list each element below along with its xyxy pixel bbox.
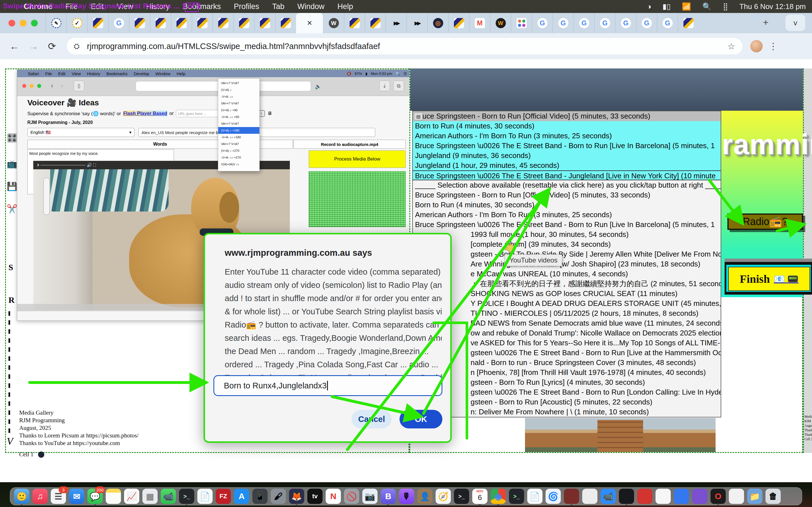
new-tab-button[interactable]: +	[763, 17, 769, 28]
browser-tab[interactable]	[129, 13, 150, 33]
disk-icon[interactable]: 💾	[7, 181, 17, 191]
browser-tab[interactable]	[448, 13, 469, 33]
browser-tab[interactable]	[171, 13, 192, 33]
dock-app-icon[interactable]	[729, 489, 744, 504]
dock-app-icon[interactable]: 🚫	[344, 489, 359, 504]
video-list-item[interactable]: Jungleland (1 hour, 29 minutes, 45 secon…	[413, 161, 721, 170]
video-list-item[interactable]: ow and rebuke of Donald Trump': Nicolle …	[413, 328, 721, 338]
video-list-item[interactable]: n: Deliver Me From Nowhere | \ (1 minute…	[413, 407, 721, 417]
dock-app-icon[interactable]: >_	[454, 489, 469, 504]
popup-menu-item[interactable]: VA=+? V=A?	[218, 120, 259, 127]
playlist-input-field[interactable]: Born to Runx4,Junglelandx3	[213, 375, 442, 396]
popup-menu-item[interactable]: VA=+? V=A?	[218, 100, 259, 107]
dock-app-icon[interactable]: tv	[307, 489, 322, 504]
video-list-item[interactable]: Bruce Springsteen \u0026 The E Street Ba…	[413, 220, 721, 230]
reload-button[interactable]: ⟳	[48, 41, 56, 52]
wifi-icon[interactable]: 📶	[682, 2, 691, 11]
dock-app-icon[interactable]: A	[234, 489, 249, 504]
browser-tab[interactable]	[234, 13, 254, 33]
dock-app-icon[interactable]	[106, 489, 121, 504]
popup-menu-item[interactable]: (V+A) ♪ +180	[218, 127, 259, 134]
browser-tab[interactable]: G	[594, 13, 615, 33]
dock-app-icon[interactable]: O	[711, 489, 726, 504]
media-url-input[interactable]: URL goes here ...	[176, 110, 220, 117]
browser-tab[interactable]	[365, 13, 386, 33]
dock-app-icon[interactable]: >_	[509, 489, 524, 504]
dock-app-icon[interactable]: 📄	[197, 489, 213, 504]
dock-app-icon[interactable]	[582, 489, 598, 504]
dock-app-icon[interactable]: 🌀	[546, 489, 561, 504]
video-list-item[interactable]: Bruce Springsteen - Born to Run [Officia…	[413, 190, 721, 200]
video-list-item[interactable]: n [Phoenix, 78] [from Thrill Hill Vault …	[413, 368, 721, 378]
dock-app-icon[interactable]: 🗑	[765, 489, 781, 504]
playback-icon[interactable]: ◑	[647, 2, 651, 11]
dock-app-icon[interactable]: 📱	[252, 489, 267, 504]
cell-dot[interactable]	[38, 452, 44, 458]
video-list-item[interactable]: BAD NEWS from Senate Democrats amid blue…	[413, 318, 721, 328]
search-icon[interactable]: 🔍	[702, 2, 711, 11]
browser-tab[interactable]	[150, 13, 171, 33]
popup-menu-item[interactable]: VA=+? V=A?	[218, 140, 259, 147]
dock-app-icon[interactable]	[564, 489, 579, 504]
minimize-window-button[interactable]	[20, 20, 27, 26]
dock-app-icon[interactable]	[692, 489, 707, 504]
video-list-item[interactable]: gsteen - Born To Run [Lyrics] (4 minutes…	[413, 378, 721, 387]
zoom-window-button[interactable]	[31, 20, 38, 26]
list-menu-icon[interactable]: ▤	[414, 112, 423, 120]
dock-app-icon[interactable]: ▦	[142, 489, 158, 504]
close-window-button[interactable]	[8, 20, 15, 26]
popup-menu-item[interactable]: (V+A) ♪ +270	[218, 147, 259, 154]
dock-app-icon[interactable]: 🙂	[14, 489, 29, 504]
dock-app-icon[interactable]: 📁	[747, 489, 762, 504]
browser-tab[interactable]	[254, 13, 275, 33]
popup-menu-item[interactable]: -V+A- ♪♪ +270	[218, 154, 259, 161]
video-list-item[interactable]: American Authors - I'm Born To Run (3 mi…	[413, 131, 721, 141]
video-list-item[interactable]: TUTINO - MIERCOLES | 05/11/2025 (2 hours…	[413, 308, 721, 318]
url-text[interactable]: rjmprogramming.com.au/HTMLCSS/swipe_medi…	[87, 42, 380, 51]
dock-app-icon[interactable]: 📄	[527, 489, 543, 504]
audio-options-popup[interactable]: VA=+? V=A?(V+A) ♪-V+A- ♪♪VA=+? V=A?(V+A)…	[218, 78, 260, 171]
site-settings-icon[interactable]: ⛭	[74, 42, 80, 51]
flash-player-link[interactable]: Flash Player Based	[123, 111, 167, 116]
video-list-item[interactable]: 1993 full movie (1 hour, 30 minutes, 54 …	[413, 230, 721, 239]
tab-search-chevron[interactable]: v	[785, 15, 805, 31]
popup-menu-item[interactable]: -V+A- ♪♪ +90	[218, 114, 259, 120]
popup-menu-item[interactable]: (V+A) ♪ +90	[218, 107, 259, 114]
dock-app-icon[interactable]: 🎙	[399, 489, 414, 504]
browser-tab[interactable]: W	[323, 13, 344, 33]
dock-app-icon[interactable]: 🦊	[289, 489, 304, 504]
video-list-item[interactable]: gsteen \u0026 The E Street Band - Born t…	[413, 387, 721, 397]
menubar-clock[interactable]: Thu 6 Nov 12:18 pm	[739, 2, 806, 11]
popup-menu-item[interactable]: -V+A- ♪♪ +180	[218, 134, 259, 140]
dock-app-icon[interactable]: 📷	[362, 489, 377, 504]
radio-playlist-button[interactable]: Radio📻?	[727, 214, 803, 230]
dock-app-icon[interactable]: N	[326, 489, 341, 504]
video-list-item[interactable]: ve ASKED for This for 5 Years--So Here i…	[413, 338, 721, 348]
control-center-icon[interactable]: ⣿	[723, 2, 728, 11]
cancel-button[interactable]: Cancel	[352, 410, 392, 429]
video-list-item[interactable]: Bruce Springsteen - Born to Run [Officia…	[413, 111, 721, 121]
video-list-item[interactable]: ： 在那些看不到光的日子裡，感謝繼續堅持努力的自己 (2 minutes, 51…	[413, 279, 721, 289]
popup-menu-item[interactable]: -V+A- ♪♪	[218, 93, 259, 100]
menubar-item[interactable]: Window	[297, 2, 324, 11]
popup-menu-item[interactable]: (V+A) ♪	[218, 87, 259, 93]
video-list-item[interactable]: nald - Born to run - Bruce Springsteen C…	[413, 358, 721, 368]
dock-app-icon[interactable]	[637, 489, 652, 504]
dock-app-icon[interactable]: FZ	[216, 489, 231, 504]
browser-tab[interactable]	[678, 13, 699, 33]
video-list-item[interactable]: Jungleland (9 minutes, 36 seconds)	[413, 151, 721, 161]
address-bar[interactable]: ⛭ rjmprogramming.com.au/HTMLCSS/swipe_me…	[66, 38, 743, 55]
browser-tab[interactable]: W	[490, 13, 511, 33]
browser-tab[interactable]: G	[108, 13, 129, 33]
dock-app-icon[interactable]: 🖌	[271, 489, 286, 504]
forward-button[interactable]: →	[29, 41, 38, 52]
browser-tab[interactable]	[344, 13, 365, 33]
language-select[interactable]: English 🇺🇸▾	[28, 128, 135, 137]
mixer-icon[interactable]: 🎛️	[7, 133, 17, 143]
video-list-item[interactable]: American Authors - I'm Born To Run (3 mi…	[413, 210, 721, 220]
bookmark-star-icon[interactable]: ☆	[728, 41, 735, 51]
video-list-item[interactable]: Bruce Springsteen \u0026 The E Street Ba…	[413, 170, 721, 180]
video-list-item[interactable]: SHOCKING NEWS as GOP loses CRUCIAL SEAT …	[413, 289, 721, 298]
dock-app-icon[interactable]: 👤	[417, 489, 433, 504]
back-button[interactable]: ←	[10, 41, 19, 52]
